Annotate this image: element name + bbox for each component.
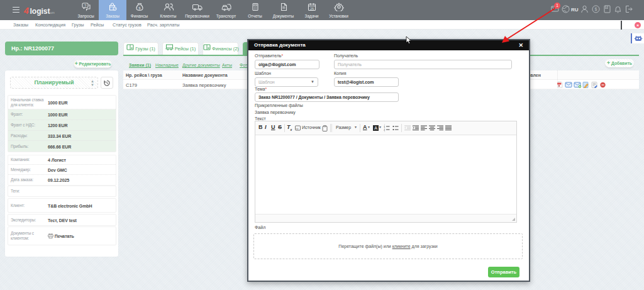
svg-text:.com: .com: [48, 11, 55, 14]
svg-text:$: $: [138, 6, 141, 10]
svg-text:?: ?: [84, 4, 87, 8]
svg-text:ω: ω: [296, 126, 299, 130]
svg-text:logist: logist: [30, 7, 50, 16]
svg-text:4: 4: [24, 6, 29, 16]
svg-text:2: 2: [384, 128, 386, 131]
svg-text:25: 25: [310, 7, 314, 11]
svg-text:$: $: [595, 7, 597, 11]
